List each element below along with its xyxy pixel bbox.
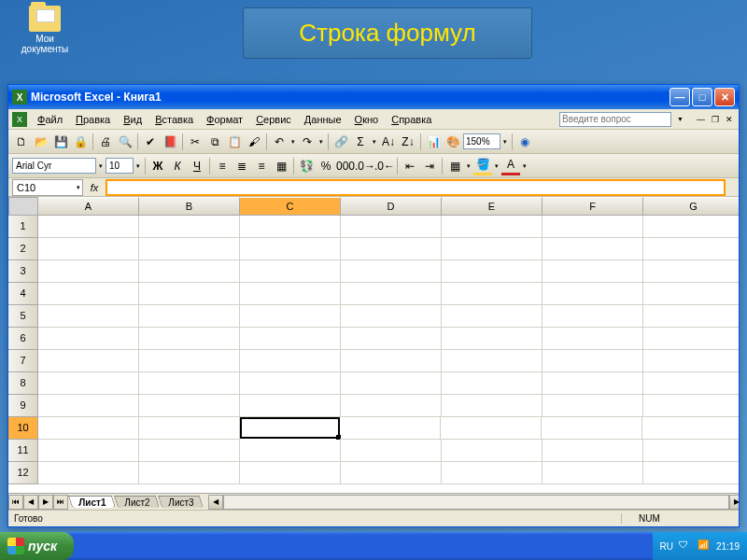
cell-G3[interactable] bbox=[643, 260, 739, 283]
cell-D7[interactable] bbox=[341, 350, 442, 372]
increase-decimal-icon[interactable]: .0→ bbox=[356, 157, 374, 175]
col-header-C[interactable]: C bbox=[240, 197, 341, 216]
hscroll-left-icon[interactable]: ◀ bbox=[208, 495, 223, 510]
col-header-A[interactable]: A bbox=[38, 197, 139, 216]
cell-F3[interactable] bbox=[543, 260, 643, 283]
menu-tools[interactable]: Сервис bbox=[249, 111, 298, 128]
font-size-selector[interactable]: 10 bbox=[106, 158, 134, 174]
row-header-4[interactable]: 4 bbox=[8, 283, 38, 305]
cell-A6[interactable] bbox=[38, 328, 139, 350]
help-icon[interactable]: ◉ bbox=[515, 133, 534, 151]
row-header-8[interactable]: 8 bbox=[8, 372, 38, 395]
font-dropdown[interactable]: ▾ bbox=[97, 162, 105, 170]
font-size-dropdown[interactable]: ▾ bbox=[134, 162, 142, 170]
help-search-input[interactable] bbox=[559, 112, 671, 127]
format-painter-icon[interactable]: 🖌 bbox=[245, 133, 263, 151]
cell-E11[interactable] bbox=[442, 440, 543, 462]
cell-G11[interactable] bbox=[643, 440, 739, 462]
cell-F11[interactable] bbox=[543, 440, 643, 462]
cell-F4[interactable] bbox=[543, 283, 643, 305]
cell-D6[interactable] bbox=[341, 328, 442, 350]
cell-C10[interactable] bbox=[240, 417, 340, 439]
cell-D3[interactable] bbox=[341, 260, 442, 283]
comma-icon[interactable]: 000 bbox=[336, 157, 355, 175]
cell-E7[interactable] bbox=[442, 350, 543, 372]
currency-icon[interactable]: 💱 bbox=[297, 157, 316, 175]
cell-C3[interactable] bbox=[240, 260, 341, 283]
save-icon[interactable]: 💾 bbox=[51, 133, 70, 151]
cell-E5[interactable] bbox=[442, 305, 543, 328]
decrease-decimal-icon[interactable]: .0← bbox=[375, 157, 394, 175]
increase-indent-icon[interactable]: ⇥ bbox=[420, 157, 439, 175]
print-preview-icon[interactable]: 🔍 bbox=[116, 133, 134, 151]
cell-G6[interactable] bbox=[643, 328, 739, 350]
cell-B2[interactable] bbox=[139, 238, 240, 260]
align-right-icon[interactable]: ≡ bbox=[252, 157, 271, 175]
cell-G5[interactable] bbox=[643, 305, 739, 328]
zoom-dropdown[interactable]: ▾ bbox=[501, 138, 509, 146]
name-box[interactable]: C10▾ bbox=[12, 179, 83, 196]
cell-A8[interactable] bbox=[38, 372, 139, 395]
cell-D12[interactable] bbox=[341, 462, 442, 484]
cell-F8[interactable] bbox=[543, 372, 643, 395]
research-icon[interactable]: 📕 bbox=[161, 133, 179, 151]
sort-asc-icon[interactable]: A↓ bbox=[379, 133, 398, 151]
cell-A1[interactable] bbox=[38, 216, 139, 238]
cell-B8[interactable] bbox=[139, 372, 240, 395]
cell-A2[interactable] bbox=[38, 238, 139, 260]
font-selector[interactable]: Arial Cyr bbox=[12, 158, 96, 174]
tray-clock[interactable]: 21:19 bbox=[716, 541, 740, 552]
hscroll-right-icon[interactable]: ▶ bbox=[729, 495, 739, 510]
underline-icon[interactable]: Ч bbox=[188, 157, 206, 175]
tray-lang[interactable]: RU bbox=[660, 541, 673, 552]
row-header-5[interactable]: 5 bbox=[8, 305, 38, 328]
hscroll-track[interactable] bbox=[223, 495, 729, 510]
cell-C7[interactable] bbox=[240, 350, 341, 372]
row-header-12[interactable]: 12 bbox=[8, 462, 38, 484]
row-header-7[interactable]: 7 bbox=[8, 350, 38, 372]
copy-icon[interactable]: ⧉ bbox=[205, 133, 224, 151]
paste-icon[interactable]: 📋 bbox=[225, 133, 244, 151]
cell-E3[interactable] bbox=[442, 260, 543, 283]
tab-nav-last-icon[interactable]: ⏭ bbox=[53, 495, 68, 510]
cell-A12[interactable] bbox=[38, 462, 139, 484]
row-header-11[interactable]: 11 bbox=[8, 440, 38, 462]
cell-A3[interactable] bbox=[38, 260, 139, 283]
col-header-B[interactable]: B bbox=[139, 197, 240, 216]
formula-input[interactable] bbox=[106, 179, 726, 196]
tray-network-icon[interactable]: 📶 bbox=[698, 539, 711, 553]
fill-color-icon[interactable]: 🪣 bbox=[473, 157, 492, 175]
row-header-10[interactable]: 10 bbox=[8, 417, 38, 440]
spelling-icon[interactable]: ✔ bbox=[141, 133, 160, 151]
cell-A9[interactable] bbox=[38, 395, 139, 417]
cell-B1[interactable] bbox=[139, 216, 240, 238]
cell-D5[interactable] bbox=[341, 305, 442, 328]
cell-A10[interactable] bbox=[38, 417, 139, 440]
doc-restore-button[interactable]: ❐ bbox=[709, 114, 721, 125]
cell-G9[interactable] bbox=[643, 395, 739, 417]
cell-B7[interactable] bbox=[139, 350, 240, 372]
cell-F9[interactable] bbox=[543, 395, 643, 417]
zoom-box[interactable]: 150% bbox=[463, 133, 500, 149]
cell-C2[interactable] bbox=[240, 238, 341, 260]
redo-dropdown[interactable]: ▾ bbox=[317, 138, 325, 146]
doc-minimize-button[interactable]: ― bbox=[695, 114, 707, 125]
cell-D4[interactable] bbox=[341, 283, 442, 305]
decrease-indent-icon[interactable]: ⇤ bbox=[401, 157, 419, 175]
bold-icon[interactable]: Ж bbox=[148, 157, 167, 175]
cell-C9[interactable] bbox=[240, 395, 341, 417]
cell-C11[interactable] bbox=[240, 440, 341, 462]
help-search-dropdown[interactable]: ▼ bbox=[675, 116, 685, 122]
fx-icon[interactable]: fx bbox=[83, 182, 106, 193]
chart-icon[interactable]: 📊 bbox=[424, 133, 443, 151]
tab-nav-next-icon[interactable]: ▶ bbox=[38, 495, 53, 510]
menu-insert[interactable]: Вставка bbox=[148, 111, 200, 128]
cell-C12[interactable] bbox=[240, 462, 341, 484]
open-icon[interactable]: 📂 bbox=[32, 133, 50, 151]
cell-G4[interactable] bbox=[643, 283, 739, 305]
tray-shield-icon[interactable]: 🛡 bbox=[679, 539, 692, 553]
align-center-icon[interactable]: ≣ bbox=[233, 157, 251, 175]
cell-D1[interactable] bbox=[341, 216, 442, 238]
cell-G7[interactable] bbox=[643, 350, 739, 372]
tab-nav-first-icon[interactable]: ⏮ bbox=[8, 495, 23, 510]
